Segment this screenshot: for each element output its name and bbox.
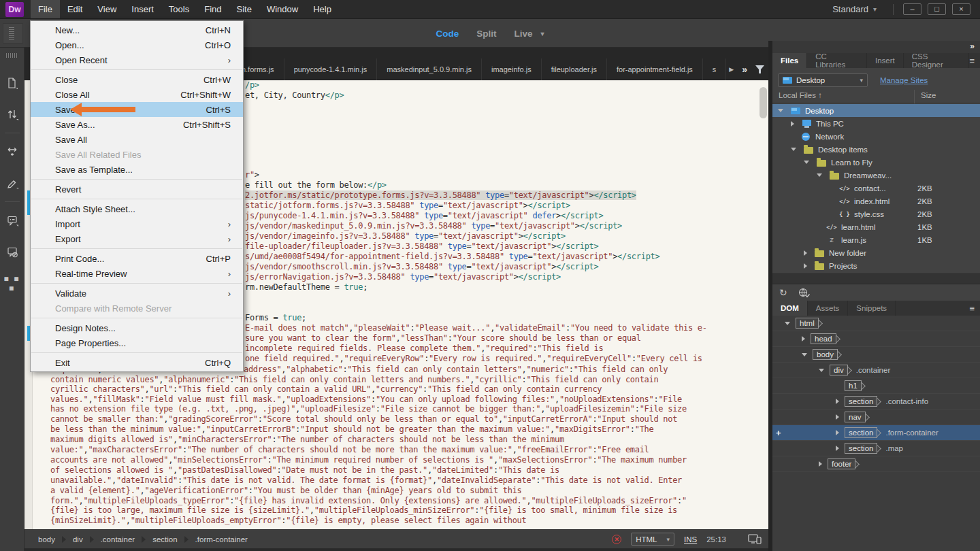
panel-splitter[interactable]: [772, 273, 980, 284]
menu-item-page-properties[interactable]: Page Properties...: [31, 335, 243, 350]
file-tree-item-dreamweav[interactable]: Dreamweav...: [772, 169, 980, 182]
menu-item-save-as[interactable]: Save As...Ctrl+Shift+S: [31, 117, 243, 132]
menubar-item-window[interactable]: Window: [259, 0, 306, 18]
file-tab-fileuploader-js[interactable]: fileuploader.js: [542, 59, 607, 80]
chevron-right-icon[interactable]: [804, 263, 807, 269]
chevron-down-icon[interactable]: [804, 161, 809, 164]
file-tree-item-learn-js[interactable]: ℤlearn.js1KB: [772, 233, 980, 246]
file-tree-item-network[interactable]: Network: [772, 130, 980, 143]
file-tree-item-projects[interactable]: Projects: [772, 259, 980, 272]
menubar-item-edit[interactable]: Edit: [60, 0, 90, 18]
publish-globe-icon[interactable]: [798, 288, 811, 298]
chevron-down-icon[interactable]: ▾: [540, 30, 544, 37]
apply-comment-icon[interactable]: [0, 205, 24, 236]
menu-item-save-as-template[interactable]: Save as Template...: [31, 162, 243, 177]
chevron-down-icon[interactable]: [791, 148, 796, 151]
menubar-item-site[interactable]: Site: [229, 0, 259, 18]
menu-item-revert[interactable]: Revert: [31, 182, 243, 197]
chevron-down-icon[interactable]: [819, 369, 824, 372]
dom-tree-item-head[interactable]: head: [772, 331, 980, 347]
menu-item-save-all[interactable]: Save All: [31, 132, 243, 147]
doc-type-select[interactable]: HTML ▾: [631, 533, 674, 546]
file-tree-item-this-pc[interactable]: This PC: [772, 117, 980, 130]
local-files-header[interactable]: Local Files ↑: [779, 91, 822, 99]
tab-overflow-icon[interactable]: »: [742, 64, 747, 75]
menu-item-validate[interactable]: Validate›: [31, 286, 243, 301]
menu-item-close-all[interactable]: Close AllCtrl+Shift+W: [31, 87, 243, 102]
dom-tree-item-body[interactable]: body: [772, 347, 980, 363]
chevron-down-icon[interactable]: [778, 109, 783, 112]
tab-split-view[interactable]: Split: [476, 29, 496, 39]
tab-insert[interactable]: Insert: [867, 53, 904, 68]
next-tab-icon[interactable]: ▶: [729, 66, 734, 73]
menu-item-import[interactable]: Import›: [31, 216, 243, 231]
chevron-right-icon[interactable]: [819, 461, 822, 467]
add-element-icon[interactable]: +: [776, 428, 781, 438]
menu-item-print-code[interactable]: Print Code...Ctrl+P: [31, 251, 243, 266]
tab-css-designer[interactable]: CSS Designer: [904, 53, 970, 68]
menubar-item-tools[interactable]: Tools: [161, 0, 197, 18]
menubar-item-insert[interactable]: Insert: [124, 0, 161, 18]
close-button[interactable]: ×: [952, 3, 970, 15]
insert-mode-toggle[interactable]: INS: [684, 535, 697, 544]
tab-dom[interactable]: DOM: [772, 301, 808, 316]
menu-item-design-notes[interactable]: Design Notes...: [31, 320, 243, 335]
minimize-button[interactable]: –: [903, 3, 921, 15]
sort-lines-icon[interactable]: [0, 99, 24, 130]
file-tree-item-new-folder[interactable]: New folder: [772, 246, 980, 259]
chevron-right-icon[interactable]: [836, 414, 839, 420]
tab-live-view[interactable]: Live: [514, 29, 532, 39]
file-tree-item-learn-to-fly[interactable]: Learn to Fly: [772, 156, 980, 169]
menu-item-open-recent[interactable]: Open Recent›: [31, 52, 243, 67]
file-tab-imageinfo-js[interactable]: imageinfo.js: [482, 59, 542, 80]
chevron-right-icon[interactable]: [836, 430, 839, 435]
more-tools-icon[interactable]: ■ ■ ■: [0, 274, 24, 293]
file-tree-item-desktop[interactable]: Desktop: [772, 104, 980, 117]
dom-tree-item-nav[interactable]: nav: [772, 410, 980, 425]
menu-item-new[interactable]: New...Ctrl+N: [31, 22, 243, 37]
menubar-item-help[interactable]: Help: [306, 0, 339, 18]
dom-tree-item-footer[interactable]: footer: [772, 456, 980, 472]
panel-menu-icon[interactable]: ≡: [969, 53, 980, 68]
chevron-right-icon[interactable]: [836, 446, 839, 451]
dom-tree-item-html[interactable]: html: [772, 316, 980, 331]
file-tab-punycode-1-4-1-min-js[interactable]: punycode-1.4.1.min.js: [284, 59, 378, 80]
menu-item-attach-style-sheet[interactable]: Attach Style Sheet...: [31, 201, 243, 216]
vertical-scrollbar-thumb[interactable]: [760, 87, 767, 118]
breadcrumb-form-container[interactable]: .form-container: [190, 535, 253, 544]
site-select[interactable]: Desktop ▾: [778, 73, 868, 87]
chevron-right-icon[interactable]: [802, 336, 805, 341]
menubar-item-file[interactable]: File: [31, 0, 60, 18]
file-tab-for-appointment-field-js[interactable]: for-appointment-field.js: [607, 59, 703, 80]
chevron-down-icon[interactable]: [802, 353, 807, 356]
file-tab-s[interactable]: s: [703, 59, 727, 80]
tab-code-view[interactable]: Code: [436, 29, 459, 39]
word-wrap-icon[interactable]: [0, 136, 24, 167]
dom-tree-item-div-container[interactable]: div.container: [772, 363, 980, 378]
tab-files[interactable]: Files: [772, 53, 807, 68]
file-tab-maskedinput-5-0-9-min-js[interactable]: maskedinput_5.0.9.min.js: [377, 59, 482, 80]
collapse-panels-icon[interactable]: »: [970, 41, 975, 51]
refresh-icon[interactable]: ↻: [779, 287, 787, 298]
menu-item-real-time-preview[interactable]: Real-time Preview›: [31, 266, 243, 281]
maximize-button[interactable]: □: [928, 3, 946, 15]
workspace-switcher[interactable]: Standard ▾: [823, 4, 886, 14]
filter-icon[interactable]: [755, 65, 765, 74]
breadcrumb-container[interactable]: .container: [95, 535, 141, 544]
breadcrumb-div[interactable]: div: [67, 535, 88, 544]
breadcrumb-body[interactable]: body: [33, 535, 61, 544]
tab-cc-libraries[interactable]: CC Libraries: [807, 53, 867, 68]
menu-item-save[interactable]: SaveCtrl+S: [31, 102, 243, 117]
dom-tree-item-section-contact-info[interactable]: section.contact-info: [772, 394, 980, 410]
tab-snippets[interactable]: Snippets: [848, 301, 896, 316]
file-tree-item-index-html[interactable]: </>index.html2KB: [772, 195, 980, 207]
menu-item-open[interactable]: Open...Ctrl+O: [31, 37, 243, 52]
device-preview-icon[interactable]: [748, 533, 762, 546]
dom-tree-item-h1[interactable]: h1: [772, 378, 980, 394]
format-source-icon[interactable]: [0, 167, 24, 199]
file-tree-item-desktop-items[interactable]: Desktop items: [772, 143, 980, 156]
error-indicator-icon[interactable]: ✕: [612, 535, 621, 544]
tab-assets[interactable]: Assets: [808, 301, 849, 316]
menu-item-close[interactable]: CloseCtrl+W: [31, 72, 243, 87]
panel-menu-icon[interactable]: ≡: [969, 301, 980, 316]
